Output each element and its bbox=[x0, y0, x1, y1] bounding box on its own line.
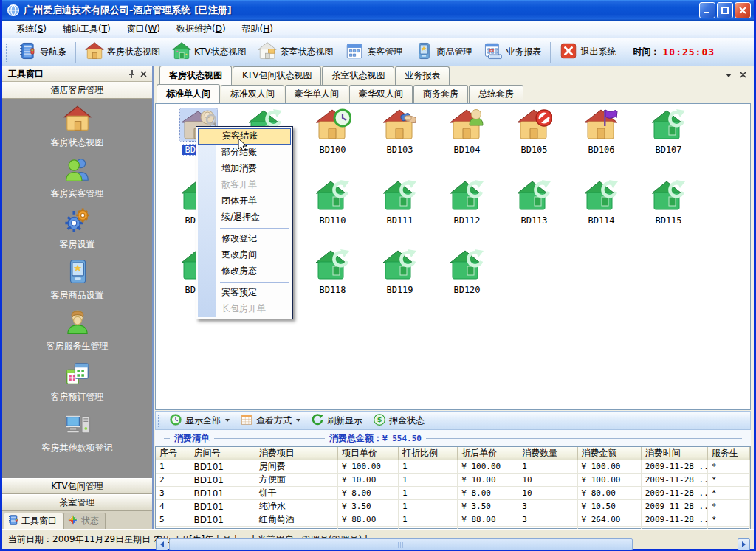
room-BD105[interactable]: BD105 bbox=[501, 108, 568, 155]
sidebar-group-1[interactable]: KTV包间管理 bbox=[2, 478, 152, 494]
toolbar-grip[interactable] bbox=[5, 43, 9, 62]
room-BD119[interactable]: BD119 bbox=[366, 249, 433, 295]
main-tab-3[interactable]: 茶室状态视图 bbox=[322, 66, 394, 85]
sidebar-section-hotel-rooms[interactable]: 酒店客房管理 bbox=[2, 82, 152, 99]
scroll-right-icon[interactable] bbox=[738, 538, 750, 550]
context-menu-item-9[interactable]: 修改房态 bbox=[198, 263, 291, 280]
cell-r4c1: 4 bbox=[156, 500, 190, 513]
column-header-8[interactable]: 消费金额 bbox=[577, 447, 641, 460]
sidebar-item-5[interactable]: 客房服务生管理 bbox=[2, 308, 152, 353]
toolbar-button-7[interactable]: 业务报表 bbox=[478, 40, 547, 64]
cell-r2c10: * bbox=[707, 474, 749, 487]
table-row-5[interactable]: 5BD101红葡萄酒¥ 88.001¥ 88.003¥ 264.002009-1… bbox=[156, 513, 750, 527]
room-label: BD113 bbox=[518, 215, 549, 226]
context-menu-item-10[interactable]: 宾客预定 bbox=[198, 285, 291, 301]
sidebar-item-2[interactable]: 客房宾客管理 bbox=[2, 156, 152, 200]
menu-s[interactable]: 系统(S) bbox=[8, 21, 55, 38]
tab-close-icon[interactable] bbox=[740, 70, 746, 80]
main-tab-1[interactable]: 客房状态视图 bbox=[159, 66, 232, 85]
room-BD114[interactable]: BD114 bbox=[568, 179, 635, 226]
action-button-3[interactable]: 刷新显示 bbox=[306, 412, 368, 430]
menu-w[interactable]: 窗口(W) bbox=[119, 21, 168, 38]
minimize-button[interactable] bbox=[699, 2, 715, 18]
sidebar-group-2[interactable]: 茶室管理 bbox=[2, 494, 152, 510]
sidebar-bottom-tab-1[interactable]: 工具窗口 bbox=[4, 513, 63, 529]
action-button-4[interactable]: $ 押金状态 bbox=[368, 412, 430, 430]
tab-list-dropdown-icon[interactable] bbox=[726, 70, 732, 80]
sidebar-item-1[interactable]: 客房状态视图 bbox=[2, 105, 152, 149]
sidebar-bottom-tab-2[interactable]: 状态 bbox=[63, 513, 106, 529]
cell-r3c4: ¥ 8.00 bbox=[337, 487, 398, 500]
room-BD107[interactable]: BD107 bbox=[635, 108, 702, 155]
action-button-2[interactable]: 查看方式 bbox=[235, 412, 306, 430]
menu-t[interactable]: 辅助工具(T) bbox=[55, 21, 119, 38]
context-menu-item-8[interactable]: 更改房间 bbox=[198, 247, 291, 263]
room-type-tab-3[interactable]: 豪华单人间 bbox=[285, 85, 348, 103]
maximize-button[interactable] bbox=[717, 2, 733, 18]
dropdown-arrow-icon[interactable] bbox=[225, 419, 230, 422]
main-tab-4[interactable]: 业务报表 bbox=[395, 66, 450, 85]
column-header-1[interactable]: 序号 bbox=[156, 447, 190, 460]
room-BD104[interactable]: BD104 bbox=[433, 108, 501, 155]
menu-h[interactable]: 帮助(H) bbox=[234, 21, 281, 38]
column-header-2[interactable]: 房间号 bbox=[190, 447, 255, 460]
column-header-6[interactable]: 折后单价 bbox=[458, 447, 518, 460]
room-type-tab-5[interactable]: 商务套房 bbox=[413, 85, 468, 103]
context-menu-item-6[interactable]: 续/退押金 bbox=[198, 209, 291, 226]
toolbar-button-1[interactable]: 导航条 bbox=[12, 40, 72, 64]
room-type-tab-1[interactable]: 标准单人间 bbox=[157, 84, 220, 103]
sidebar-item-6[interactable]: 客房预订管理 bbox=[2, 359, 152, 403]
actionbar-grip[interactable] bbox=[157, 414, 161, 427]
context-menu-item-11: 长包房开单 bbox=[198, 301, 291, 317]
room-BD111[interactable]: BD111 bbox=[366, 179, 433, 226]
column-header-9[interactable]: 消费时间 bbox=[641, 447, 707, 460]
table-row-3[interactable]: 3BD101饼干¥ 8.001¥ 8.0010¥ 80.002009-11-28… bbox=[156, 487, 750, 500]
room-BD103[interactable]: BD103 bbox=[366, 108, 433, 155]
column-header-3[interactable]: 消费项目 bbox=[255, 447, 337, 460]
sidebar-item-4[interactable]: 客房商品设置 bbox=[2, 257, 152, 302]
table-row-1[interactable]: 1BD101房间费¥ 100.001¥ 100.001¥ 100.002009-… bbox=[156, 460, 750, 474]
sidebar-item-3[interactable]: 客房设置 bbox=[2, 207, 152, 251]
column-header-7[interactable]: 消费数量 bbox=[518, 447, 577, 460]
context-menu-item-3[interactable]: 增加消费 bbox=[198, 161, 291, 177]
room-BD100[interactable]: BD100 bbox=[299, 108, 366, 155]
main-tab-2[interactable]: KTV包间状态视图 bbox=[233, 66, 321, 85]
toolbar-button-4[interactable]: 茶室状态视图 bbox=[252, 40, 339, 64]
house-white-icon bbox=[258, 41, 277, 63]
room-type-tab-2[interactable]: 标准双人间 bbox=[221, 85, 284, 103]
sidebar-item-7[interactable]: 客房其他款项登记 bbox=[2, 410, 152, 454]
pin-icon[interactable] bbox=[126, 69, 137, 80]
menu-d[interactable]: 数据维护(D) bbox=[168, 21, 234, 38]
toolbar-button-8[interactable]: 退出系统 bbox=[554, 41, 622, 63]
room-BD120[interactable]: BD120 bbox=[433, 249, 501, 295]
action-button-1[interactable]: 显示全部 bbox=[164, 412, 235, 430]
toolbar-button-3[interactable]: KTV状态视图 bbox=[166, 40, 252, 64]
context-menu-item-7[interactable]: 修改登记 bbox=[198, 231, 291, 247]
column-header-5[interactable]: 打折比例 bbox=[399, 447, 458, 460]
room-BD110[interactable]: BD110 bbox=[299, 179, 366, 226]
column-header-10[interactable]: 服务生 bbox=[707, 447, 749, 460]
toolbar-button-2[interactable]: 客房状态视图 bbox=[79, 40, 166, 64]
cell-r4c10: * bbox=[707, 500, 749, 513]
context-menu-item-5[interactable]: 团体开单 bbox=[198, 193, 291, 209]
dropdown-arrow-icon[interactable] bbox=[296, 419, 300, 422]
table-row-2[interactable]: 2BD101方便面¥ 10.001¥ 10.0010¥ 100.002009-1… bbox=[156, 474, 750, 487]
horizontal-scrollbar[interactable] bbox=[156, 538, 750, 538]
room-BD118[interactable]: BD118 bbox=[299, 249, 366, 295]
room-BD106[interactable]: BD106 bbox=[568, 108, 635, 155]
cell-r5c10: * bbox=[707, 513, 749, 527]
room-BD115[interactable]: BD115 bbox=[635, 179, 702, 226]
table-row-4[interactable]: 4BD101纯净水¥ 3.501¥ 3.503¥ 10.502009-11-28… bbox=[156, 500, 750, 513]
column-header-4[interactable]: 项目单价 bbox=[337, 447, 398, 460]
room-type-tab-4[interactable]: 豪华双人间 bbox=[349, 85, 413, 103]
room-label: BD111 bbox=[384, 215, 415, 226]
room-BD113[interactable]: BD113 bbox=[501, 179, 568, 226]
toolbar-button-6[interactable]: 商品管理 bbox=[408, 40, 478, 64]
close-button[interactable] bbox=[735, 2, 751, 18]
room-BD112[interactable]: BD112 bbox=[433, 179, 501, 226]
room-type-tab-6[interactable]: 总统套房 bbox=[469, 85, 523, 103]
scroll-left-icon[interactable] bbox=[156, 538, 168, 550]
sidebar-close-icon[interactable] bbox=[137, 69, 149, 80]
toolbar-button-5[interactable]: 宾客管理 bbox=[339, 40, 408, 64]
scrollbar-thumb[interactable] bbox=[169, 538, 633, 550]
